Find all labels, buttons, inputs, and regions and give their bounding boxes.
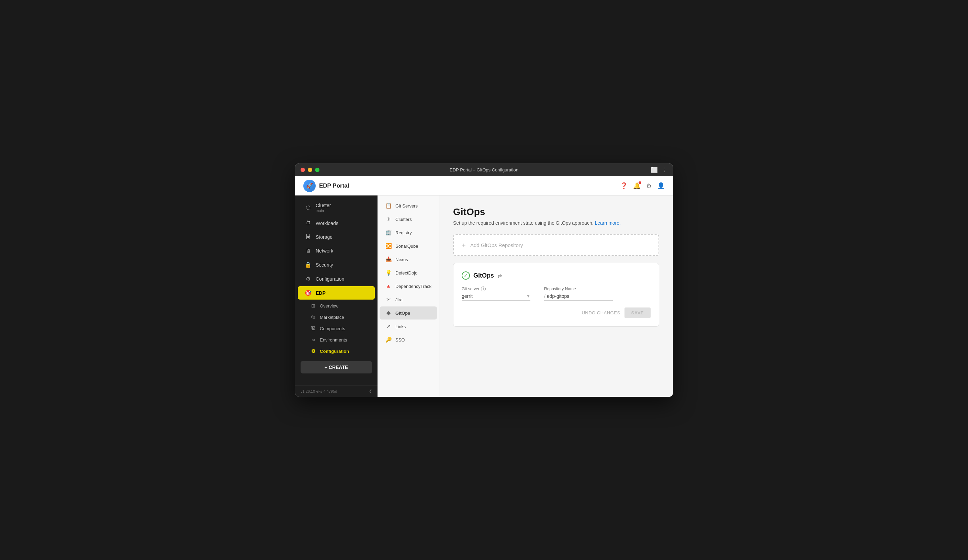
repo-name-field: Repository Name / edp-gitops	[544, 287, 613, 301]
help-icon[interactable]: ❓	[620, 182, 628, 190]
traffic-lights	[300, 168, 320, 172]
create-button[interactable]: + CREATE	[300, 361, 372, 373]
sidebar-footer: v1.26.10-eks-4f4795d ❮	[295, 385, 378, 397]
user-icon[interactable]: 👤	[657, 182, 665, 190]
sidebar-item-workloads[interactable]: ⏱ Workloads	[298, 217, 375, 230]
sso-icon: 🔑	[385, 337, 392, 343]
notification-badge	[638, 181, 641, 184]
titlebar: EDP Portal – GitOps Configuration ⬜ ⋮	[295, 163, 673, 176]
security-icon: 🔒	[305, 262, 312, 268]
sub-sidebar-sso[interactable]: 🔑 SSO	[380, 333, 437, 346]
card-actions: UNDO CHANGES SAVE	[462, 308, 651, 318]
sub-configuration-icon: ⚙	[310, 348, 317, 354]
app-logo-icon: 🚀	[303, 180, 316, 192]
app-body: ⬡ Cluster main ⏱ Workloads 🗄 Storage 🖥	[295, 196, 673, 397]
menu-icon[interactable]: ⋮	[662, 167, 668, 173]
sidebar-sub-configuration[interactable]: ⚙ Configuration	[303, 346, 375, 356]
sub-configuration-label: Configuration	[320, 349, 349, 354]
marketplace-icon: 🛍	[310, 314, 317, 320]
environments-icon: ∞	[310, 337, 317, 343]
branch-icon: ⇄	[497, 272, 502, 279]
sub-sidebar-links[interactable]: ↗ Links	[380, 320, 437, 333]
sidebar-item-cluster[interactable]: ⬡ Cluster main	[298, 199, 375, 216]
fullscreen-icon[interactable]: ⬜	[651, 167, 658, 173]
learn-more-link[interactable]: Learn more.	[595, 220, 620, 226]
card-fields: Git server i gerrit ▼ Repository Name	[462, 287, 651, 301]
add-repo-box[interactable]: ＋ Add GitOps Repository	[453, 234, 659, 256]
git-server-value-row[interactable]: gerrit ▼	[462, 293, 530, 301]
app-header: 🚀 EDP Portal ❓ 🔔 ⚙ 👤	[295, 176, 673, 196]
main-panel: GitOps Set up the required environment s…	[439, 196, 673, 397]
git-server-info-icon[interactable]: i	[481, 287, 486, 292]
environments-label: Environments	[320, 337, 347, 343]
repo-name-label: Repository Name	[544, 287, 576, 292]
minimize-button[interactable]	[308, 168, 312, 172]
configuration-icon: ⚙	[305, 275, 312, 282]
gitops-nav-icon: ◆	[385, 310, 392, 316]
primary-sidebar: ⬡ Cluster main ⏱ Workloads 🗄 Storage 🖥	[295, 196, 378, 397]
nexus-icon: 📥	[385, 256, 392, 262]
repo-name-value-row: / edp-gitops	[544, 293, 613, 301]
sub-sidebar-sonarqube[interactable]: 🔀 SonarQube	[380, 239, 437, 252]
git-servers-icon: 📋	[385, 203, 392, 209]
collapse-icon[interactable]: ❮	[369, 389, 372, 393]
save-button[interactable]: SAVE	[625, 308, 651, 318]
links-icon: ↗	[385, 323, 392, 330]
sso-label: SSO	[395, 337, 404, 343]
sidebar-sub-components[interactable]: 🏗 Components	[303, 323, 375, 334]
logo-area: 🚀 EDP Portal	[303, 180, 349, 192]
status-ok-icon: ✓	[462, 272, 470, 280]
notification-icon[interactable]: 🔔	[633, 182, 641, 190]
git-servers-label: Git Servers	[395, 204, 418, 209]
workloads-label: Workloads	[316, 220, 338, 226]
overview-icon: ⊞	[310, 303, 317, 308]
dependencytrack-icon: 🔺	[385, 283, 392, 289]
defectdojo-label: DefectDojo	[395, 270, 418, 275]
sidebar-item-configuration[interactable]: ⚙ Configuration	[298, 272, 375, 285]
sonarqube-label: SonarQube	[395, 244, 418, 249]
components-label: Components	[320, 326, 345, 331]
clusters-icon: ✳	[385, 216, 392, 222]
overview-label: Overview	[320, 303, 338, 308]
edp-icon: 🎯	[305, 290, 312, 296]
app-title: EDP Portal	[319, 182, 349, 189]
sub-sidebar-clusters[interactable]: ✳ Clusters	[380, 213, 437, 226]
version-text: v1.26.10-eks-4f4795d	[300, 389, 337, 393]
sidebar-sub-environments[interactable]: ∞ Environments	[303, 334, 375, 345]
maximize-button[interactable]	[315, 168, 320, 172]
network-icon: 🖥	[305, 248, 312, 254]
sidebar-sub-marketplace[interactable]: 🛍 Marketplace	[303, 311, 375, 323]
git-server-field: Git server i gerrit ▼	[462, 287, 530, 301]
sub-sidebar-registry[interactable]: 🏢 Registry	[380, 226, 437, 239]
sub-sidebar-nexus[interactable]: 📥 Nexus	[380, 253, 437, 266]
titlebar-actions: ⬜ ⋮	[651, 167, 668, 173]
sub-sidebar-jira[interactable]: ✂ Jira	[380, 293, 437, 306]
nexus-label: Nexus	[395, 257, 408, 262]
secondary-sidebar: 📋 Git Servers ✳ Clusters 🏢 Registry 🔀 So…	[378, 196, 439, 397]
registry-icon: 🏢	[385, 230, 392, 236]
jira-icon: ✂	[385, 297, 392, 303]
components-icon: 🏗	[310, 326, 317, 331]
sidebar-item-network[interactable]: 🖥 Network	[298, 244, 375, 257]
gitops-nav-label: GitOps	[395, 311, 410, 316]
settings-icon[interactable]: ⚙	[646, 182, 651, 190]
sub-sidebar-git-servers[interactable]: 📋 Git Servers	[380, 199, 437, 212]
configuration-label: Configuration	[316, 276, 344, 282]
network-label: Network	[316, 248, 333, 253]
links-label: Links	[395, 324, 406, 329]
sidebar-item-storage[interactable]: 🗄 Storage	[298, 230, 375, 244]
sidebar-sub-overview[interactable]: ⊞ Overview	[303, 300, 375, 311]
marketplace-label: Marketplace	[320, 315, 344, 320]
sub-sidebar-dependencytrack[interactable]: 🔺 DependencyTrack	[380, 280, 437, 293]
undo-changes-button[interactable]: UNDO CHANGES	[582, 310, 620, 315]
dependencytrack-label: DependencyTrack	[395, 284, 431, 289]
storage-icon: 🗄	[305, 234, 312, 240]
jira-label: Jira	[395, 297, 403, 302]
sub-sidebar-defectdojo[interactable]: 💡 DefectDojo	[380, 266, 437, 279]
window-title: EDP Portal – GitOps Configuration	[450, 167, 518, 172]
sidebar-item-security[interactable]: 🔒 Security	[298, 258, 375, 272]
sidebar-item-edp[interactable]: 🎯 EDP	[298, 286, 375, 300]
header-right: ❓ 🔔 ⚙ 👤	[620, 182, 665, 190]
sub-sidebar-gitops[interactable]: ◆ GitOps	[380, 307, 437, 320]
close-button[interactable]	[300, 168, 305, 172]
